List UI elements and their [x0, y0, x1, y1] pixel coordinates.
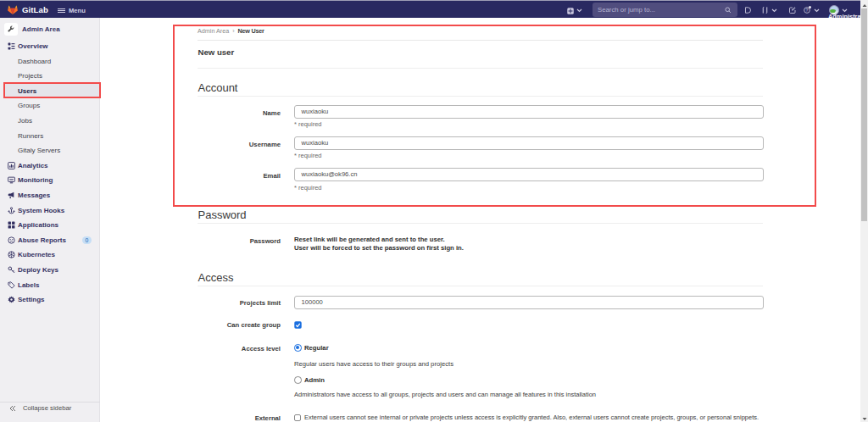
svg-text:?: ?: [805, 8, 808, 13]
